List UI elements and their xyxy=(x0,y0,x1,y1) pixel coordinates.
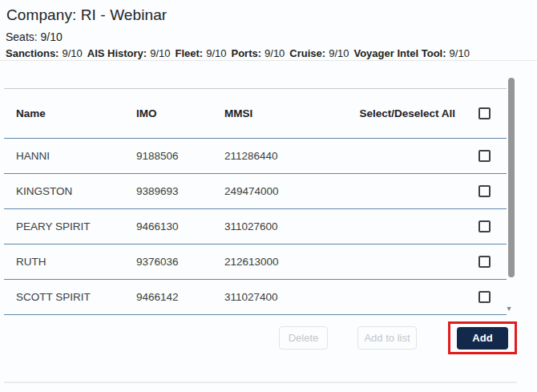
cell-imo: 9389693 xyxy=(136,185,224,197)
add-button-highlight: Add xyxy=(448,321,517,354)
cell-mmsi: 311027400 xyxy=(224,291,462,303)
row-checkbox[interactable] xyxy=(478,291,491,303)
cell-name: SCOTT SPIRIT xyxy=(16,291,136,303)
stat-value: 9/10 xyxy=(450,47,470,59)
add-to-list-button[interactable]: Add to list xyxy=(357,326,417,350)
stat-item: Ports:9/10 xyxy=(231,47,285,60)
row-checkbox[interactable] xyxy=(478,150,491,162)
stat-value: 9/10 xyxy=(150,47,170,59)
stat-label: AIS History: xyxy=(87,47,147,59)
row-checkbox-cell xyxy=(462,150,507,162)
table-row: KINGSTON9389693249474000 xyxy=(4,174,507,209)
stat-item: Voyager Intel Tool:9/10 xyxy=(353,47,469,60)
column-header-imo: IMO xyxy=(136,107,224,119)
stat-item: Cruise:9/10 xyxy=(289,47,349,60)
stat-label: Fleet: xyxy=(176,47,204,59)
cell-mmsi: 311027600 xyxy=(224,220,462,232)
cell-imo: 9188506 xyxy=(136,150,224,162)
column-header-mmsi: MMSI xyxy=(224,107,252,119)
scroll-down-arrow-icon[interactable]: ▾ xyxy=(503,303,515,314)
table-body: HANNI9188506211286440KINGSTON93896932494… xyxy=(4,139,507,315)
vessels-table: Name IMO MMSI Select/Deselect All HANNI9… xyxy=(4,88,507,315)
row-checkbox-cell xyxy=(462,256,507,268)
stat-label: Voyager Intel Tool: xyxy=(353,47,446,59)
row-checkbox[interactable] xyxy=(478,256,491,268)
cell-imo: 9466130 xyxy=(136,220,224,232)
table-row: HANNI9188506211286440 xyxy=(4,139,507,174)
select-all-checkbox[interactable] xyxy=(478,107,491,119)
cell-name: HANNI xyxy=(16,150,136,162)
select-all-checkbox-cell xyxy=(462,107,507,119)
mmsi-value: 311027400 xyxy=(224,291,278,303)
column-header-mmsi-group: MMSI Select/Deselect All xyxy=(224,107,462,119)
cell-mmsi: 249474000 xyxy=(224,185,462,197)
page-title: Company: RI - Webinar xyxy=(6,5,167,26)
table-header-row: Name IMO MMSI Select/Deselect All xyxy=(4,89,507,139)
row-checkbox-cell xyxy=(462,185,507,197)
cell-imo: 9376036 xyxy=(136,256,224,268)
stat-item: Fleet:9/10 xyxy=(176,47,227,60)
table-row: SCOTT SPIRIT9466142311027400 xyxy=(4,280,507,315)
seats-count: Seats: 9/10 xyxy=(6,30,63,44)
table-row: RUTH9376036212613000 xyxy=(4,244,507,280)
row-checkbox-cell xyxy=(462,220,507,232)
mmsi-value: 249474000 xyxy=(224,185,279,197)
cell-name: RUTH xyxy=(16,256,136,268)
stat-value: 9/10 xyxy=(206,47,226,59)
mmsi-value: 311027600 xyxy=(224,220,278,232)
cell-name: KINGSTON xyxy=(16,185,136,197)
stat-value: 9/10 xyxy=(329,47,349,59)
row-checkbox-cell xyxy=(462,291,507,303)
stat-label: Ports: xyxy=(231,47,261,59)
stat-item: AIS History:9/10 xyxy=(87,47,171,60)
column-header-name: Name xyxy=(16,107,136,119)
delete-button[interactable]: Delete xyxy=(279,326,328,350)
stat-item: Sanctions:9/10 xyxy=(6,47,83,60)
cell-name: PEARY SPIRIT xyxy=(16,220,136,232)
header-divider xyxy=(0,60,537,61)
stat-value: 9/10 xyxy=(264,47,285,59)
quota-stats: Sanctions:9/10AIS History:9/10Fleet:9/10… xyxy=(6,47,527,60)
cell-imo: 9466142 xyxy=(136,291,224,303)
stat-label: Sanctions: xyxy=(6,47,59,59)
cell-mmsi: 211286440 xyxy=(224,150,462,162)
table-row: PEARY SPIRIT9466130311027600 xyxy=(4,209,507,244)
mmsi-value: 211286440 xyxy=(224,150,278,162)
footer-divider xyxy=(4,382,517,383)
row-checkbox[interactable] xyxy=(478,185,491,197)
stat-label: Cruise: xyxy=(289,47,325,59)
cell-mmsi: 212613000 xyxy=(224,256,462,268)
row-checkbox[interactable] xyxy=(478,220,491,232)
scrollbar-thumb[interactable] xyxy=(508,78,515,277)
mmsi-value: 212613000 xyxy=(224,256,279,268)
stat-value: 9/10 xyxy=(62,47,82,59)
column-header-select-all: Select/Deselect All xyxy=(359,107,455,119)
add-button[interactable]: Add xyxy=(457,327,508,350)
